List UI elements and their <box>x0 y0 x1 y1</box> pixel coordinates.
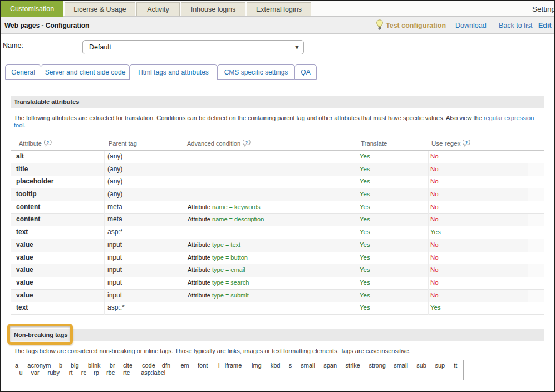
svg-text:?: ? <box>47 140 50 145</box>
svg-text:?: ? <box>465 140 468 145</box>
svg-text:?: ? <box>245 140 248 145</box>
